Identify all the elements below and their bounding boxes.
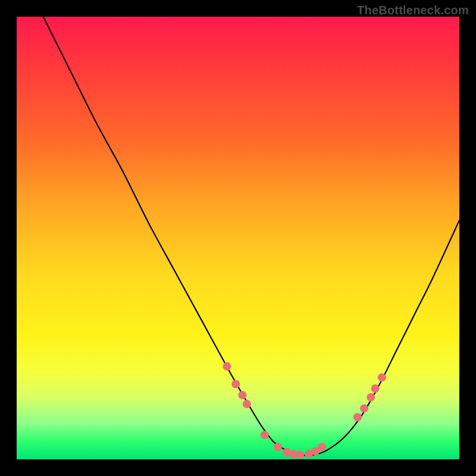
plot-area: [17, 17, 459, 459]
highlight-dot: [371, 384, 380, 393]
bottleneck-curve: [43, 17, 459, 456]
highlight-dot: [353, 413, 362, 421]
highlight-dot: [223, 362, 231, 371]
highlight-dot: [318, 443, 326, 451]
highlight-dot: [261, 431, 269, 439]
chart-frame: TheBottleneck.com: [0, 0, 476, 476]
highlight-dot: [378, 373, 386, 381]
highlight-dot: [296, 451, 304, 459]
curve-svg: [17, 17, 459, 459]
highlight-dot: [243, 400, 251, 408]
highlight-dot: [231, 380, 240, 389]
highlight-dot: [238, 391, 246, 399]
highlight-dot: [360, 404, 368, 412]
watermark-label: TheBottleneck.com: [357, 4, 469, 17]
highlight-dot: [367, 393, 375, 402]
highlight-dot: [274, 443, 282, 451]
highlight-dots-group: [223, 362, 386, 459]
